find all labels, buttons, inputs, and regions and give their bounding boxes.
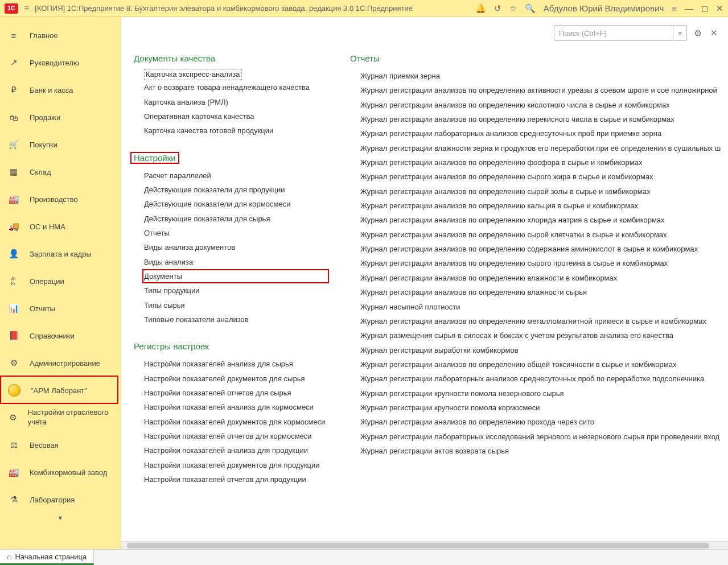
link-item[interactable]: Журнал регистрации выработки комбикормов <box>360 343 721 357</box>
link-item[interactable]: Действующие показатели для кормосмеси <box>144 197 327 211</box>
sidebar-item-3[interactable]: 🛍Продажи <box>0 104 121 131</box>
sidebar-item-4[interactable]: 🛒Покупки <box>0 131 121 158</box>
section-title-right-0[interactable]: Отчеты <box>350 53 380 63</box>
link-item[interactable]: Настройки показателей анализа для сырья <box>144 357 327 371</box>
sidebar-label-14: Настройки отраслевого учета <box>28 408 113 427</box>
sidebar-item-1[interactable]: ↗Руководителю <box>0 49 121 76</box>
section-title-left-1[interactable]: Настройки <box>134 153 176 163</box>
link-item[interactable]: Журнал регистрации актов возврата сырья <box>360 444 721 458</box>
link-item[interactable]: Настройки показателей анализа для продук… <box>144 443 327 457</box>
star-icon[interactable]: ☆ <box>509 3 517 14</box>
gear-icon[interactable]: ⚙ <box>692 27 704 39</box>
link-item[interactable]: Журнал регистрации анализов по определен… <box>360 256 721 270</box>
section-title-left-0[interactable]: Документы качества <box>134 53 215 63</box>
link-item[interactable]: Журнал насыпной плотности <box>360 300 721 314</box>
link-item[interactable]: Журнал регистрации анализов по определен… <box>360 112 721 126</box>
link-item[interactable]: Журнал регистрации лабораторных анализов… <box>360 372 721 386</box>
sidebar-item-12[interactable]: ⚙Администрирование <box>0 349 121 377</box>
link-item[interactable]: Настройки показателей документов для сыр… <box>144 372 327 386</box>
link-item[interactable]: Журнал регистрации анализов по определен… <box>360 314 721 328</box>
content-area: × ⚙ ✕ Документы качестваКарточка экспрес… <box>121 17 728 549</box>
link-item[interactable]: Настройки показателей отчетов для сырья <box>144 386 327 400</box>
link-item[interactable]: Журнал регистрации крупности помола корм… <box>360 401 721 415</box>
sidebar-item-7[interactable]: 🚚ОС и НМА <box>0 213 121 240</box>
user-name[interactable]: Абдулов Юрий Владимирович <box>544 3 664 13</box>
link-item[interactable]: Журнал регистрации анализов по определен… <box>360 98 721 112</box>
minimize-icon[interactable]: — <box>685 3 693 13</box>
link-item[interactable]: Акт о возврате товара ненадлежащего каче… <box>144 80 327 94</box>
horizontal-scrollbar[interactable] <box>121 541 728 549</box>
link-item[interactable]: Карточка анализа (РМЛ) <box>144 95 327 109</box>
link-item[interactable]: Настройки показателей отчетов для кормос… <box>144 429 327 443</box>
link-item[interactable]: Журнал размещения сырья в силосах и бокс… <box>360 328 721 343</box>
sidebar-icon-15: ⚖ <box>8 440 19 450</box>
search-icon[interactable]: 🔍 <box>525 3 536 14</box>
sidebar-item-6[interactable]: 🏭Производство <box>0 185 121 213</box>
link-item[interactable]: Виды анализа документов <box>144 240 327 254</box>
sidebar-item-0[interactable]: ≡Главное <box>0 22 121 49</box>
sidebar-item-17[interactable]: ⚗Лаборатория <box>0 486 121 513</box>
link-item[interactable]: Журнал регистрации анализов по определен… <box>360 83 721 97</box>
sidebar-item-11[interactable]: 📕Справочники <box>0 322 121 349</box>
link-item[interactable]: Настройки показателей анализа для кормос… <box>144 400 327 414</box>
list-icon[interactable]: ≡ <box>672 3 677 13</box>
link-item[interactable]: Карточка качества готовой продукции <box>144 123 327 138</box>
sidebar-icon-14: ⚙ <box>8 413 18 423</box>
link-item[interactable]: Журнал регистрации анализов по определен… <box>360 199 721 213</box>
link-item[interactable]: Журнал регистрации анализов по определен… <box>360 415 721 429</box>
link-item[interactable]: Журнал регистрации крупности помола незе… <box>360 386 721 401</box>
sidebar-item-5[interactable]: ▦Склад <box>0 158 121 185</box>
link-item[interactable]: Журнал регистрации анализов по определен… <box>360 357 721 372</box>
link-item[interactable]: Действующие показатели для сырья <box>144 212 327 226</box>
link-item[interactable]: Журнал регистрации влажности зерна и про… <box>360 141 721 155</box>
link-item[interactable]: Журнал регистрации анализов по определен… <box>360 271 721 285</box>
sidebar-item-15[interactable]: ⚖Весовая <box>0 431 121 459</box>
link-item[interactable]: Журнал регистрации анализов по определен… <box>360 184 721 199</box>
link-item[interactable]: Журнал регистрации анализов по определен… <box>360 242 721 256</box>
sidebar-label-4: Покупки <box>30 141 57 149</box>
link-item[interactable]: Типы сырья <box>144 298 327 312</box>
link-item[interactable]: Журнал регистрации анализов по определен… <box>360 228 721 242</box>
link-item[interactable]: Журнал приемки зерна <box>360 69 721 83</box>
sidebar-more-icon[interactable]: ▼ <box>0 513 121 522</box>
link-item[interactable]: Типы продукции <box>144 283 327 298</box>
link-item[interactable]: Журнал регистрации анализов по определен… <box>360 155 721 170</box>
sidebar-item-13[interactable]: "АРМ Лаборант" <box>0 377 121 404</box>
search-clear-button[interactable]: × <box>673 25 687 41</box>
sidebar-label-6: Производство <box>30 195 78 204</box>
section-title-left-2[interactable]: Регистры настроек <box>134 341 209 351</box>
sidebar-item-16[interactable]: 🏭Комбикормовый завод <box>0 459 121 486</box>
sidebar-item-8[interactable]: 👤Зарплата и кадры <box>0 240 121 267</box>
link-item[interactable]: Виды анализа <box>144 255 327 269</box>
link-item[interactable]: Действующие показатели для продукции <box>144 183 327 197</box>
sidebar-icon-6: 🏭 <box>8 194 19 204</box>
sidebar-item-14[interactable]: ⚙Настройки отраслевого учета <box>0 404 121 431</box>
link-item[interactable]: Настройки показателей отчетов для продук… <box>144 472 327 486</box>
link-item[interactable]: Журнал регистрации анализов по определен… <box>360 213 721 227</box>
sidebar-item-10[interactable]: 📊Отчеты <box>0 295 121 322</box>
link-item[interactable]: Отчеты <box>144 226 327 240</box>
sidebar-item-9[interactable]: ДтКтОперации <box>0 267 121 295</box>
link-item[interactable]: Оперативная карточка качества <box>144 109 327 123</box>
search-input[interactable] <box>554 25 673 41</box>
link-item[interactable]: Расчет параллелей <box>144 168 327 183</box>
sidebar-label-16: Комбикормовый завод <box>30 468 107 477</box>
link-item[interactable]: Настройки показателей документов для про… <box>144 458 327 472</box>
link-item[interactable]: Настройки показателей документов для кор… <box>144 415 327 429</box>
link-item[interactable]: Карточка экспресс-анализа <box>144 69 242 80</box>
close-window-icon[interactable]: ✕ <box>716 3 723 14</box>
history-icon[interactable]: ↺ <box>494 3 501 14</box>
bell-icon[interactable]: 🔔 <box>475 3 486 14</box>
link-item[interactable]: Журнал регистрации анализов по определен… <box>360 285 721 299</box>
menu-icon[interactable]: ≡ <box>24 3 29 14</box>
link-item[interactable]: Журнал регистрации лабораторных исследов… <box>360 430 721 444</box>
restore-icon[interactable]: ◻ <box>701 3 708 14</box>
link-item[interactable]: Журнал регистрации анализов по определен… <box>360 170 721 184</box>
link-item[interactable]: Типовые показатели анализов <box>144 312 327 327</box>
title-bar: 1С ≡ [КОПИЯ] 1С:Предприятие 8. Бухгалтер… <box>0 0 728 17</box>
home-tab[interactable]: ⌂ Начальная страница <box>0 550 94 565</box>
link-item[interactable]: Журнал регистрации лабораторных анализов… <box>360 126 721 141</box>
link-item[interactable]: Документы <box>144 269 327 283</box>
close-panel-icon[interactable]: ✕ <box>709 28 719 38</box>
sidebar-item-2[interactable]: ₽Банк и касса <box>0 76 121 104</box>
